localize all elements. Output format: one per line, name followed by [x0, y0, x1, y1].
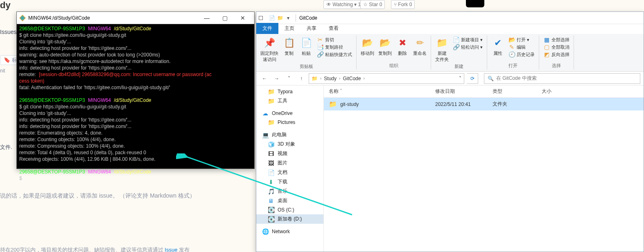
- out-r5: Receiving objects: 100% (4/4), 12.96 KiB…: [19, 156, 156, 162]
- newitem-button[interactable]: 📄新建项目 ▾: [453, 36, 483, 43]
- col-date[interactable]: 修改日期: [430, 86, 488, 97]
- issue-hint: 说的话，如果是问题或者建议，请添加 issue。 （评论支持 Markdown …: [0, 192, 195, 200]
- file-date: 2022/5/11 20:41: [430, 100, 488, 109]
- qat-dropdown-icon[interactable]: ▾: [284, 14, 292, 22]
- pasteshortcut-button[interactable]: 🔗粘贴快捷方式: [317, 51, 352, 58]
- edit-button[interactable]: ✎编辑: [508, 44, 535, 50]
- col-name[interactable]: 名称 ˄: [324, 86, 430, 97]
- address-dropdown-icon[interactable]: ˅: [459, 76, 461, 81]
- address-bar[interactable]: 📁 › Study › GitCode › ˅: [309, 73, 464, 84]
- tab-home[interactable]: 主页: [278, 23, 301, 34]
- refresh-button[interactable]: ⟳: [467, 73, 478, 84]
- forward-button[interactable]: →: [272, 74, 282, 83]
- minimize-button[interactable]: —: [198, 12, 216, 24]
- watch-button[interactable]: 👁 Watching ▾ 1: [323, 0, 364, 9]
- breadcrumb-study[interactable]: Study: [324, 76, 337, 81]
- terminal-title: MINGW64:/d/Study/GitCode: [28, 15, 198, 21]
- easyaccess-button[interactable]: 🔗轻松访问 ▾: [453, 44, 483, 50]
- search-icon: 🔍: [488, 76, 494, 81]
- nav-pane[interactable]: 📁Typora 📁工具 ☁OneDrive 📁Pictures 💻此电脑 🧊3D…: [256, 86, 324, 252]
- sort-asc-icon: ˄: [340, 88, 342, 94]
- breadcrumb-gitcode[interactable]: GitCode: [343, 76, 361, 81]
- qat-properties-icon[interactable]: 📄: [268, 14, 276, 22]
- open-button[interactable]: 📂打开 ▾: [508, 36, 535, 43]
- newfolder-button[interactable]: 📁新建 文件夹: [435, 36, 449, 63]
- nav-newvol-d[interactable]: 💽新加卷 (D:): [256, 214, 323, 224]
- invert-label: 反向选择: [551, 52, 569, 58]
- avatar[interactable]: [466, 0, 484, 7]
- terminal-output[interactable]: 29658@DESKTOP-9SSM1P3 MINGW64 /d/Study/G…: [17, 24, 254, 184]
- file-row-gitstudy[interactable]: 📁git-study 2022/5/11 20:41 文件夹: [324, 98, 644, 110]
- nav-network-label: Network: [272, 229, 290, 234]
- delete-button[interactable]: ✖删除: [396, 36, 409, 56]
- copyto-icon: 📂: [379, 36, 392, 50]
- terminal-titlebar[interactable]: MINGW64:/d/Study/GitCode — ▢ ✕: [17, 12, 254, 24]
- qat-newfolder-icon[interactable]: 📁: [276, 14, 284, 22]
- file-list-pane[interactable]: 名称 ˄ 修改日期 类型 大小 📁git-study 2022/5/11 20:…: [324, 86, 644, 252]
- close-button[interactable]: ✕: [234, 12, 252, 24]
- nav-downloads[interactable]: ⬇下载: [256, 177, 323, 187]
- out-r4: remote: Total 4 (delta 0), reused 0 (del…: [19, 150, 146, 155]
- tab-file[interactable]: 文件: [256, 23, 278, 34]
- selectnone-icon: ▢: [543, 44, 550, 50]
- search-input[interactable]: 🔍 在 GitCode 中搜索: [484, 73, 640, 84]
- nav-pictures[interactable]: 📁Pictures: [256, 118, 323, 127]
- nav-osc[interactable]: 💽OS (C:): [256, 205, 323, 214]
- history-button[interactable]: 🕘历史记录: [508, 51, 535, 58]
- properties-button[interactable]: ✔属性: [491, 36, 504, 56]
- nav-3d-label: 3D 对象: [278, 141, 295, 148]
- mingw-icon: [19, 15, 26, 21]
- repo-name-fragment: dy: [0, 0, 11, 11]
- nav-documents[interactable]: 📄文档: [256, 168, 323, 177]
- issue-link[interactable]: Issue: [165, 247, 177, 252]
- nav-videos-label: 视频: [278, 150, 287, 157]
- group-clipboard-label: 剪贴板: [300, 63, 313, 70]
- title-separator: [296, 14, 296, 22]
- up-button[interactable]: ↑: [296, 74, 306, 83]
- selectnone-button[interactable]: ▢全部取消: [543, 44, 569, 50]
- rename-button[interactable]: ✏重命名: [413, 36, 427, 56]
- tab-view[interactable]: 查看: [323, 23, 345, 34]
- nav-pictures-cn[interactable]: 🖼图片: [256, 158, 323, 168]
- edit-label: 编辑: [517, 44, 526, 50]
- nav-3dobjects[interactable]: 🧊3D 对象: [256, 140, 323, 149]
- maximize-button[interactable]: ▢: [216, 12, 234, 24]
- fork-button[interactable]: ⑂ Fork 0: [391, 0, 415, 9]
- nav-desktop[interactable]: 🖥桌面: [256, 196, 323, 205]
- pin-button[interactable]: 📌固定到快 速访问: [260, 36, 278, 63]
- nav-videos[interactable]: 🎞视频: [256, 149, 323, 158]
- issues-tab[interactable]: Issues: [0, 29, 16, 35]
- cut-button[interactable]: ✂剪切: [317, 36, 352, 43]
- col-size[interactable]: 大小: [537, 86, 569, 97]
- nav-downloads-label: 下载: [278, 178, 287, 185]
- paste-icon: 📄: [300, 36, 313, 50]
- downloads-icon: ⬇: [268, 179, 274, 185]
- ribbon-group-select: ▦全部选择 ▢全部取消 ◩反向选择 选择: [539, 36, 574, 70]
- folder-icon: 📁: [268, 88, 274, 95]
- recent-dropdown[interactable]: ˅: [284, 74, 294, 83]
- selectall-label: 全部选择: [551, 37, 569, 43]
- moveto-icon: 📂: [361, 36, 374, 50]
- history-label: 历史记录: [517, 52, 535, 58]
- back-button[interactable]: ←: [260, 74, 269, 83]
- selectall-button[interactable]: ▦全部选择: [543, 36, 569, 43]
- nav-tools[interactable]: 📁工具: [256, 96, 323, 106]
- moveto-button[interactable]: 📂移动到: [361, 36, 374, 56]
- copypath-button[interactable]: 📑复制路径: [317, 44, 352, 50]
- col-type[interactable]: 类型: [488, 86, 537, 97]
- nav-music[interactable]: 🎵音乐: [256, 187, 323, 196]
- system-menu-icon[interactable]: [259, 16, 263, 20]
- nav-thispc[interactable]: 💻此电脑: [256, 130, 323, 140]
- prompt-user: 29658@DESKTOP-9SSM1P3: [19, 26, 85, 32]
- nav-network[interactable]: 🌐Network: [256, 227, 323, 236]
- copy-button[interactable]: 📋复制: [282, 36, 296, 56]
- paste-button[interactable]: 📄粘贴: [300, 36, 313, 56]
- invertselect-button[interactable]: ◩反向选择: [543, 51, 569, 58]
- copyto-button[interactable]: 📂复制到: [378, 36, 392, 56]
- ribbon-group-clipboard: 📌固定到快 速访问 📋复制 📄粘贴 ✂剪切 📑复制路径 🔗粘贴快捷方式 剪贴板: [256, 36, 357, 70]
- nav-onedrive[interactable]: ☁OneDrive: [256, 109, 323, 118]
- nav-typora[interactable]: 📁Typora: [256, 87, 323, 96]
- star-button[interactable]: ☆ Star 0: [360, 0, 385, 9]
- explorer-titlebar[interactable]: 📄 📁 ▾ GitCode: [256, 12, 644, 24]
- tab-share[interactable]: 共享: [301, 23, 323, 34]
